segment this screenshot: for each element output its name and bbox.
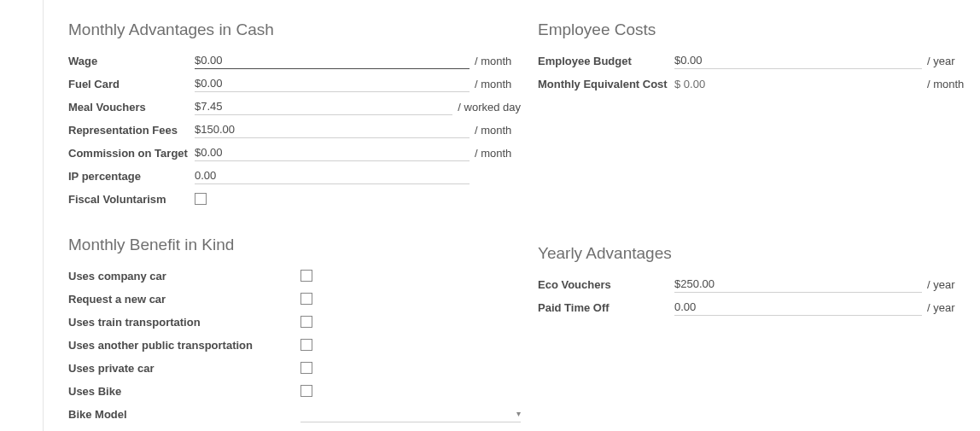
checkbox-company-car[interactable] bbox=[300, 270, 312, 282]
row-repfees: Representation Fees / month bbox=[68, 119, 521, 141]
input-eco-wrap bbox=[674, 276, 922, 293]
label-company-car: Uses company car bbox=[68, 270, 300, 282]
input-meal[interactable] bbox=[195, 100, 452, 113]
value-monthly-cost: $ 0.00 bbox=[674, 76, 922, 92]
dropdown-bike-model-value bbox=[300, 407, 304, 420]
input-wage-wrap bbox=[195, 52, 470, 69]
label-repfees: Representation Fees bbox=[68, 124, 195, 137]
row-wage: Wage / month bbox=[68, 50, 521, 72]
section-title-cash: Monthly Advantages in Cash bbox=[68, 20, 521, 39]
label-wage: Wage bbox=[68, 55, 195, 67]
section-bik: Monthly Benefit in Kind Uses company car… bbox=[68, 236, 521, 431]
input-commission[interactable] bbox=[195, 146, 470, 159]
checkbox-fiscal[interactable] bbox=[195, 193, 207, 205]
label-fuel: Fuel Card bbox=[68, 78, 195, 90]
suffix-commission: / month bbox=[470, 147, 521, 160]
row-bike: Uses Bike bbox=[68, 380, 521, 402]
input-eco[interactable] bbox=[674, 277, 922, 290]
label-meal: Meal Vouchers bbox=[68, 101, 195, 114]
input-fuel-wrap bbox=[195, 75, 470, 92]
row-monthly-cost: Monthly Equivalent Cost $ 0.00 / month bbox=[538, 73, 973, 95]
input-budget[interactable] bbox=[674, 54, 922, 67]
suffix-pto: / year bbox=[922, 301, 973, 314]
main-container: Monthly Advantages in Cash Wage / month … bbox=[43, 17, 980, 431]
suffix-eco: / year bbox=[922, 278, 973, 291]
label-commission: Commission on Target bbox=[68, 147, 195, 160]
row-budget: Employee Budget / year bbox=[538, 50, 973, 72]
input-meal-wrap bbox=[195, 98, 452, 115]
input-wage[interactable] bbox=[195, 54, 470, 67]
row-company-car: Uses company car bbox=[68, 265, 521, 287]
row-fiscal: Fiscal Voluntarism bbox=[68, 188, 521, 210]
row-eco: Eco Vouchers / year bbox=[538, 273, 973, 295]
input-pto[interactable] bbox=[674, 300, 922, 313]
suffix-monthly-cost: / month bbox=[922, 78, 973, 90]
label-public: Uses another public transportation bbox=[68, 339, 300, 352]
checkbox-train[interactable] bbox=[300, 316, 312, 328]
row-commission: Commission on Target / month bbox=[68, 142, 521, 164]
right-column: Employee Costs Employee Budget / year Mo… bbox=[521, 17, 973, 431]
input-pto-wrap bbox=[674, 299, 922, 316]
suffix-ip bbox=[470, 170, 521, 183]
suffix-wage: / month bbox=[470, 55, 521, 67]
row-private: Uses private car bbox=[68, 357, 521, 379]
suffix-budget: / year bbox=[922, 55, 973, 67]
label-train: Uses train transportation bbox=[68, 316, 300, 329]
checkbox-new-car[interactable] bbox=[300, 293, 312, 305]
label-fiscal: Fiscal Voluntarism bbox=[68, 193, 195, 206]
label-new-car: Request a new car bbox=[68, 293, 300, 306]
input-ip[interactable] bbox=[195, 169, 470, 182]
label-monthly-cost: Monthly Equivalent Cost bbox=[538, 78, 674, 90]
row-pto: Paid Time Off / year bbox=[538, 296, 973, 318]
checkbox-public[interactable] bbox=[300, 339, 312, 351]
suffix-meal: / worked day bbox=[452, 101, 521, 114]
sidebar-divider bbox=[43, 0, 44, 431]
section-yearly: Yearly Advantages Eco Vouchers / year Pa… bbox=[538, 244, 973, 318]
row-train: Uses train transportation bbox=[68, 311, 521, 333]
input-commission-wrap bbox=[195, 144, 470, 161]
suffix-repfees: / month bbox=[470, 124, 521, 137]
section-employee-costs: Employee Costs Employee Budget / year Mo… bbox=[538, 20, 973, 95]
checkbox-private[interactable] bbox=[300, 362, 312, 374]
input-repfees[interactable] bbox=[195, 123, 470, 136]
checkbox-bike[interactable] bbox=[300, 385, 312, 397]
label-bike-model: Bike Model bbox=[68, 408, 300, 421]
dropdown-bike-model[interactable]: ▾ bbox=[300, 405, 521, 422]
input-repfees-wrap bbox=[195, 121, 470, 138]
label-budget: Employee Budget bbox=[538, 55, 674, 67]
row-bike-model: Bike Model ▾ bbox=[68, 403, 521, 425]
label-eco: Eco Vouchers bbox=[538, 278, 674, 291]
label-private: Uses private car bbox=[68, 362, 300, 375]
input-fuel[interactable] bbox=[195, 77, 470, 90]
row-public: Uses another public transportation bbox=[68, 334, 521, 356]
section-title-bik: Monthly Benefit in Kind bbox=[68, 236, 521, 254]
label-pto: Paid Time Off bbox=[538, 301, 674, 314]
input-budget-wrap bbox=[674, 52, 922, 69]
row-internet: Internet / month bbox=[68, 426, 521, 431]
left-column: Monthly Advantages in Cash Wage / month … bbox=[68, 17, 521, 431]
row-new-car: Request a new car bbox=[68, 288, 521, 310]
section-title-yearly: Yearly Advantages bbox=[538, 244, 973, 263]
input-ip-wrap bbox=[195, 167, 470, 184]
row-fuel: Fuel Card / month bbox=[68, 73, 521, 95]
row-meal: Meal Vouchers / worked day bbox=[68, 96, 521, 118]
label-bike: Uses Bike bbox=[68, 385, 300, 398]
section-title-costs: Employee Costs bbox=[538, 20, 973, 39]
row-ip: IP percentage bbox=[68, 165, 521, 187]
section-monthly-cash: Monthly Advantages in Cash Wage / month … bbox=[68, 20, 521, 210]
suffix-fuel: / month bbox=[470, 78, 521, 90]
label-ip: IP percentage bbox=[68, 170, 195, 183]
